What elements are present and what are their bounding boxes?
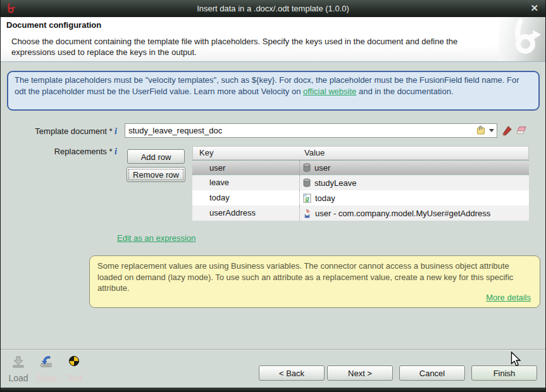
finish-button[interactable]: Finish xyxy=(471,365,537,381)
row-key: user xyxy=(192,161,300,175)
eraser-icon[interactable] xyxy=(516,125,528,137)
bonitasoft-watermark-icon xyxy=(506,18,542,60)
more-details-link[interactable]: More details xyxy=(486,292,531,303)
save-tool-button[interactable]: Save xyxy=(32,354,60,383)
footer-separator xyxy=(1,349,545,350)
next-button[interactable]: Next > xyxy=(327,365,393,381)
replacements-label: Replacements * i xyxy=(1,147,117,157)
dialog-window: Insert data in a .docx/.odt template (1.… xyxy=(0,0,546,392)
load-icon xyxy=(11,354,26,369)
warning-banner: Some replacement values are using Busine… xyxy=(89,255,540,308)
test-label: Test xyxy=(60,373,88,383)
header-logo-panel xyxy=(499,17,545,61)
edit-as-expression-link[interactable]: Edit as an expression xyxy=(117,233,195,243)
table-header: Key Value xyxy=(192,146,529,160)
info-icon: i xyxy=(115,147,117,156)
window-title: Insert data in a .docx/.odt template (1.… xyxy=(1,0,545,17)
column-header-key[interactable]: Key xyxy=(193,147,301,159)
page-description: Choose the document containing the templ… xyxy=(11,36,493,58)
dropdown-arrow-icon[interactable] xyxy=(489,129,494,132)
close-button[interactable]: ✕ xyxy=(530,0,538,16)
remove-row-button[interactable]: Remove row xyxy=(127,167,185,182)
cancel-button[interactable]: Cancel xyxy=(399,365,465,381)
template-document-label-text: Template document * xyxy=(35,126,112,136)
template-document-input[interactable]: study_leave_request_doc xyxy=(125,123,497,138)
official-website-link[interactable]: official website xyxy=(303,87,356,96)
save-icon xyxy=(39,354,54,369)
business-variable-icon xyxy=(303,178,311,187)
java-method-icon xyxy=(303,209,311,218)
replacements-label-text: Replacements * xyxy=(54,147,113,156)
template-document-value: study_leave_request_doc xyxy=(128,124,222,137)
wizard-header: Document configuration Choose the docume… xyxy=(1,17,545,62)
business-variable-icon xyxy=(303,163,311,172)
warning-text: Some replacement values are using Busine… xyxy=(97,261,513,293)
groovy-script-icon: g xyxy=(303,193,311,203)
column-header-value[interactable]: Value xyxy=(301,147,528,159)
table-row[interactable]: userAddress user - com.company.model.MyU… xyxy=(192,205,529,221)
template-document-label: Template document * i xyxy=(1,126,117,137)
info-banner: The template placeholders must be "veloc… xyxy=(7,71,540,111)
titlebar: Insert data in a .docx/.odt template (1.… xyxy=(1,0,545,17)
replacements-table: Key Value user user leave studyLeave xyxy=(192,146,529,221)
row-value: today xyxy=(315,191,335,205)
document-attachment-icon xyxy=(476,125,486,135)
table-row[interactable]: leave studyLeave xyxy=(192,175,529,190)
back-button[interactable]: < Back xyxy=(259,365,325,381)
row-key: userAddress xyxy=(192,205,300,221)
table-row[interactable]: today g today xyxy=(192,190,529,205)
window-bottom-edge xyxy=(1,388,545,392)
save-label: Save xyxy=(32,373,60,383)
load-label: Load xyxy=(4,373,32,383)
add-row-button[interactable]: Add row xyxy=(127,149,185,164)
edit-pencil-icon[interactable] xyxy=(501,125,513,137)
info-icon: i xyxy=(115,126,117,136)
row-key: today xyxy=(192,190,300,205)
row-value: studyLeave xyxy=(314,176,357,190)
test-icon xyxy=(66,354,82,369)
table-row[interactable]: user user xyxy=(192,160,529,175)
row-value: user xyxy=(314,161,330,175)
page-title: Document configuration xyxy=(6,20,101,30)
row-value: user - com.company.model.MyUser#getAddre… xyxy=(315,206,490,221)
info-banner-text-after: and in the documentation. xyxy=(356,87,453,96)
test-tool-button[interactable]: Test xyxy=(60,354,88,383)
load-tool-button[interactable]: Load xyxy=(4,354,32,383)
row-key: leave xyxy=(192,175,300,190)
